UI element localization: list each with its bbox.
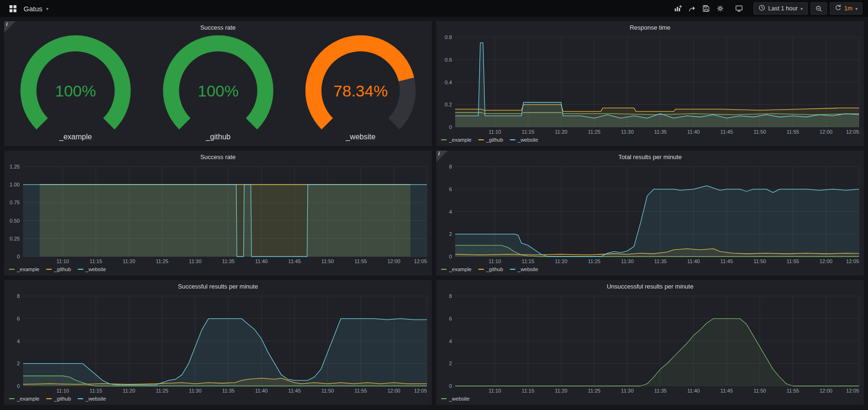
svg-text:11:25: 11:25: [588, 258, 601, 264]
success-rate-chart[interactable]: 00.250.500.751.001.2511:1011:1511:2011:2…: [4, 163, 432, 265]
zoom-out-button[interactable]: [811, 2, 827, 15]
share-button[interactable]: [685, 2, 699, 15]
legend-swatch: [478, 139, 484, 140]
legend-swatch: [78, 269, 83, 270]
dashboard-title[interactable]: Gatus: [24, 5, 42, 13]
svg-text:11:25: 11:25: [588, 388, 601, 394]
apps-grid-icon[interactable]: [6, 2, 20, 15]
legend-item-example[interactable]: _example: [9, 266, 40, 272]
svg-text:0.8: 0.8: [445, 34, 452, 40]
svg-text:1.25: 1.25: [10, 164, 20, 169]
successful-results-chart[interactable]: 0246811:1011:1511:2011:2511:3011:3511:40…: [4, 292, 432, 394]
panel-header-successful-results[interactable]: Successful results per minute: [4, 280, 432, 292]
svg-text:11:50: 11:50: [321, 388, 334, 394]
legend-item-github[interactable]: _github: [478, 266, 503, 272]
time-range-picker[interactable]: Last 1 hour ▾: [754, 2, 808, 15]
svg-text:11:40: 11:40: [255, 258, 268, 264]
svg-text:12:00: 12:00: [820, 129, 833, 135]
legend-item-website[interactable]: _website: [510, 266, 538, 272]
legend-swatch: [9, 398, 15, 399]
save-button[interactable]: [699, 2, 713, 15]
svg-text:11:20: 11:20: [123, 388, 136, 394]
panel-header-total-results[interactable]: Total results per minute: [436, 151, 864, 163]
add-panel-button[interactable]: [671, 2, 685, 15]
legend-item-example[interactable]: _example: [441, 137, 472, 143]
svg-text:12:00: 12:00: [820, 388, 833, 394]
legend-swatch: [441, 269, 447, 270]
unsuccessful-results-chart[interactable]: 0246811:1011:1511:2011:2511:3011:3511:40…: [436, 292, 864, 394]
svg-text:11:30: 11:30: [621, 258, 634, 264]
legend-item-github[interactable]: _github: [478, 137, 503, 143]
svg-text:11:15: 11:15: [522, 258, 534, 264]
panel-info-icon[interactable]: i: [436, 151, 448, 162]
legend-label: _github: [54, 266, 71, 272]
legend-swatch: [78, 398, 83, 399]
settings-button[interactable]: [713, 2, 727, 15]
response-time-chart[interactable]: 00.20.40.60.811:1011:1511:2011:2511:3011…: [436, 33, 864, 136]
legend-item-example[interactable]: _example: [441, 266, 472, 272]
svg-text:11:50: 11:50: [754, 388, 766, 394]
svg-text:11:35: 11:35: [222, 258, 235, 264]
refresh-button[interactable]: 1m ▾: [830, 2, 862, 15]
svg-text:11:55: 11:55: [787, 388, 799, 394]
cycle-view-button[interactable]: [732, 2, 746, 15]
legend-item-website[interactable]: _website: [78, 396, 106, 402]
svg-text:2: 2: [449, 361, 452, 366]
legend-item-github[interactable]: _github: [46, 266, 71, 272]
gauge-arc-example: 100%: [4, 33, 147, 133]
legend-label: _website: [518, 137, 538, 143]
gauge-label: _example: [59, 133, 92, 146]
svg-text:4: 4: [17, 338, 20, 344]
panel-info-icon[interactable]: i: [4, 21, 16, 32]
svg-text:11:55: 11:55: [354, 258, 367, 264]
svg-text:11:40: 11:40: [687, 129, 700, 135]
panel-header-response-time[interactable]: Response time: [436, 21, 864, 33]
svg-text:11:10: 11:10: [489, 388, 501, 394]
legend-swatch: [510, 139, 515, 140]
panel-header-success-rate-graph[interactable]: Success rate: [4, 151, 432, 163]
svg-text:11:15: 11:15: [89, 258, 102, 264]
legend-label: _example: [17, 266, 40, 272]
svg-text:0.75: 0.75: [10, 200, 20, 205]
gauges-row: 100% _example 100% _github 78.34% _websi…: [4, 33, 432, 146]
dashboard-caret-icon[interactable]: ▾: [46, 6, 48, 11]
svg-text:11:50: 11:50: [321, 258, 334, 264]
legend-label: _github: [486, 137, 503, 143]
legend-swatch: [46, 398, 52, 399]
legend-item-example[interactable]: _example: [9, 396, 40, 402]
legend-item-github[interactable]: _github: [46, 396, 71, 402]
panel-title: Unsuccessful results per minute: [607, 283, 693, 290]
svg-text:11:20: 11:20: [555, 388, 568, 394]
svg-text:12:05: 12:05: [846, 258, 859, 264]
svg-text:11:55: 11:55: [354, 388, 367, 394]
svg-text:11:30: 11:30: [189, 388, 201, 394]
legend-swatch: [478, 269, 484, 270]
svg-text:11:10: 11:10: [56, 258, 69, 264]
gauge-label: _github: [206, 133, 231, 146]
panel-header-success-rate-gauges[interactable]: Success rate: [4, 21, 432, 33]
svg-text:11:10: 11:10: [489, 258, 501, 264]
svg-text:0: 0: [17, 383, 20, 389]
gauge-website: 78.34% _website: [289, 33, 432, 146]
legend-swatch: [9, 269, 15, 270]
svg-text:1.00: 1.00: [10, 182, 20, 187]
panel-header-unsuccessful-results[interactable]: Unsuccessful results per minute: [436, 280, 864, 292]
svg-text:11:45: 11:45: [720, 388, 733, 394]
legend-label: _example: [449, 266, 472, 272]
legend-label: _example: [17, 396, 40, 402]
svg-text:11:50: 11:50: [754, 258, 766, 264]
chart-legend: _example_github_website: [436, 136, 864, 146]
svg-text:11:20: 11:20: [555, 129, 568, 135]
legend-item-website[interactable]: _website: [78, 266, 106, 272]
svg-text:8: 8: [17, 293, 20, 299]
svg-text:11:15: 11:15: [89, 388, 102, 394]
svg-text:100%: 100%: [198, 82, 239, 100]
legend-item-website[interactable]: _website: [510, 137, 538, 143]
svg-text:0.4: 0.4: [445, 80, 452, 85]
total-results-chart[interactable]: 0246811:1011:1511:2011:2511:3011:3511:40…: [436, 163, 864, 265]
legend-item-website[interactable]: _website: [441, 396, 469, 402]
chart-legend: _example_github_website: [4, 265, 432, 275]
svg-text:0.2: 0.2: [445, 102, 452, 107]
svg-text:12:05: 12:05: [846, 388, 859, 394]
svg-text:6: 6: [449, 316, 452, 322]
